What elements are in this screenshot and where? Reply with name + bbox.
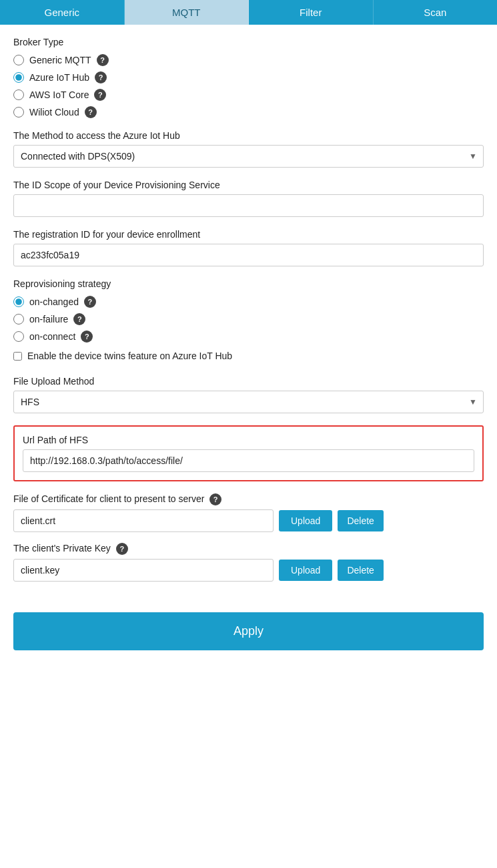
file-upload-select-wrapper: HFS FTP SFTP ▼ xyxy=(13,391,484,413)
client-cert-label: File of Certificate for client to presen… xyxy=(13,493,484,505)
client-cert-label-text: File of Certificate for client to presen… xyxy=(13,493,204,504)
reprov-option-on-connect[interactable]: on-connect ? xyxy=(13,331,484,343)
client-cert-inputs: Upload Delete xyxy=(13,509,484,532)
spacer2 xyxy=(13,599,484,606)
tab-generic[interactable]: Generic xyxy=(0,0,125,25)
id-scope-field-group: The ID Scope of your Device Provisioning… xyxy=(13,180,484,217)
help-icon-client-cert[interactable]: ? xyxy=(209,493,221,505)
broker-type-radio-group: Generic MQTT ? Azure IoT Hub ? AWS IoT C… xyxy=(13,54,484,118)
help-icon-client-key[interactable]: ? xyxy=(116,543,128,555)
radio-on-failure[interactable] xyxy=(13,314,24,324)
client-cert-delete-button[interactable]: Delete xyxy=(338,510,383,531)
hfs-url-input[interactable] xyxy=(23,449,474,472)
tab-filter-label: Filter xyxy=(300,7,322,18)
reprov-option-on-changed[interactable]: on-changed ? xyxy=(13,296,484,308)
client-cert-input[interactable] xyxy=(13,509,274,532)
registration-id-field-group: The registration ID for your device enro… xyxy=(13,229,484,266)
broker-type-label: Broker Type xyxy=(13,37,484,47)
apply-button[interactable]: Apply xyxy=(13,612,484,650)
client-key-label-text: The client's Private Key xyxy=(13,543,111,554)
tabs-bar: Generic MQTT Filter Scan xyxy=(0,0,497,25)
help-icon-on-failure[interactable]: ? xyxy=(73,313,85,325)
help-icon-on-connect[interactable]: ? xyxy=(81,331,93,343)
hfs-url-section: Url Path of HFS xyxy=(13,425,484,481)
broker-option-generic-mqtt[interactable]: Generic MQTT ? xyxy=(13,54,484,66)
method-select-wrapper: Connected with DPS(X509) Connected with … xyxy=(13,145,484,168)
client-key-input[interactable] xyxy=(13,559,274,582)
reprovisioning-radio-group: on-changed ? on-failure ? on-connect ? E… xyxy=(13,296,484,364)
device-twins-label: Enable the device twins feature on Azure… xyxy=(27,351,232,361)
help-icon-wiliot-cloud[interactable]: ? xyxy=(85,106,97,118)
radio-on-changed[interactable] xyxy=(13,296,24,307)
broker-option-aws-iot-core[interactable]: AWS IoT Core ? xyxy=(13,89,484,101)
id-scope-label: The ID Scope of your Device Provisioning… xyxy=(13,180,484,190)
broker-type-group: Broker Type Generic MQTT ? Azure IoT Hub… xyxy=(13,37,484,118)
reprovisioning-label: Reprovisioning strategy xyxy=(13,278,484,289)
registration-id-label: The registration ID for your device enro… xyxy=(13,229,484,240)
radio-aws-iot-core[interactable] xyxy=(13,89,24,100)
radio-on-failure-label: on-failure xyxy=(29,314,68,324)
client-cert-upload-button[interactable]: Upload xyxy=(279,510,332,531)
file-upload-select[interactable]: HFS FTP SFTP xyxy=(13,391,484,413)
radio-on-connect[interactable] xyxy=(13,331,24,342)
radio-on-changed-label: on-changed xyxy=(29,296,79,307)
help-icon-aws-iot-core[interactable]: ? xyxy=(94,89,106,101)
device-twins-checkbox-row[interactable]: Enable the device twins feature on Azure… xyxy=(13,351,484,361)
radio-wiliot-cloud-label: Wiliot Cloud xyxy=(29,107,79,118)
radio-azure-iot-hub-label: Azure IoT Hub xyxy=(29,72,89,83)
radio-generic-mqtt[interactable] xyxy=(13,55,24,65)
client-key-inputs: Upload Delete xyxy=(13,559,484,582)
registration-id-input[interactable] xyxy=(13,244,484,266)
client-key-section: The client's Private Key ? Upload Delete xyxy=(13,543,484,582)
spacer xyxy=(13,592,484,599)
tab-filter[interactable]: Filter xyxy=(249,0,374,25)
help-icon-generic-mqtt[interactable]: ? xyxy=(97,54,109,66)
broker-option-azure-iot-hub[interactable]: Azure IoT Hub ? xyxy=(13,71,484,83)
hfs-url-label: Url Path of HFS xyxy=(23,435,474,445)
radio-wiliot-cloud[interactable] xyxy=(13,107,24,118)
tab-generic-label: Generic xyxy=(44,7,79,18)
file-upload-field-group: File Upload Method HFS FTP SFTP ▼ xyxy=(13,376,484,413)
device-twins-checkbox[interactable] xyxy=(13,352,22,361)
client-key-delete-button[interactable]: Delete xyxy=(338,560,383,581)
file-upload-label: File Upload Method xyxy=(13,376,484,387)
radio-aws-iot-core-label: AWS IoT Core xyxy=(29,89,89,100)
reprov-option-on-failure[interactable]: on-failure ? xyxy=(13,313,484,325)
radio-on-connect-label: on-connect xyxy=(29,331,75,342)
method-field-group: The Method to access the Azure Iot Hub C… xyxy=(13,130,484,168)
reprovisioning-group: Reprovisioning strategy on-changed ? on-… xyxy=(13,278,484,364)
tab-mqtt[interactable]: MQTT xyxy=(125,0,250,25)
tab-scan[interactable]: Scan xyxy=(374,0,498,25)
id-scope-input[interactable] xyxy=(13,194,484,217)
client-key-label: The client's Private Key ? xyxy=(13,543,484,555)
radio-generic-mqtt-label: Generic MQTT xyxy=(29,55,91,65)
help-icon-azure-iot-hub[interactable]: ? xyxy=(95,71,107,83)
tab-mqtt-label: MQTT xyxy=(172,7,201,18)
tab-scan-label: Scan xyxy=(424,7,446,18)
client-cert-section: File of Certificate for client to presen… xyxy=(13,493,484,532)
help-icon-on-changed[interactable]: ? xyxy=(84,296,96,308)
broker-option-wiliot-cloud[interactable]: Wiliot Cloud ? xyxy=(13,106,484,118)
method-select[interactable]: Connected with DPS(X509) Connected with … xyxy=(13,145,484,168)
method-field-label: The Method to access the Azure Iot Hub xyxy=(13,130,484,141)
radio-azure-iot-hub[interactable] xyxy=(13,72,24,83)
client-key-upload-button[interactable]: Upload xyxy=(279,560,332,581)
